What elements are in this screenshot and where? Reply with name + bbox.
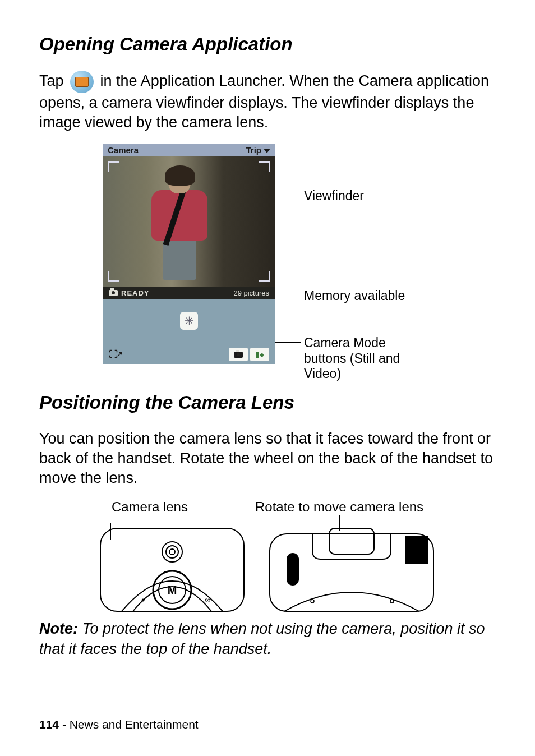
handset-back-diagram: M ∞	[99, 517, 245, 612]
callout-mode-buttons: Camera Mode buttons (Still and Video)	[301, 335, 424, 382]
heading-positioning-lens: Positioning the Camera Lens	[39, 392, 496, 413]
text-after-icon: in the Application Launcher. When the Ca…	[39, 72, 489, 131]
note-paragraph: Note: To protect the lens when not using…	[39, 619, 496, 658]
svg-point-14	[311, 600, 314, 603]
camera-ui-figure: Camera Trip	[39, 144, 496, 364]
camera-status-icon	[109, 290, 118, 296]
svg-point-3	[166, 546, 178, 558]
page-number: 114	[39, 718, 59, 731]
viewfinder-area	[103, 156, 275, 287]
callouts-column: Viewfinder Memory available Camera Mode …	[275, 144, 432, 364]
svg-rect-13	[405, 536, 428, 564]
svg-rect-0	[100, 528, 244, 611]
titlebar-album-menu: Trip	[246, 145, 270, 155]
svg-rect-11	[329, 528, 374, 554]
titlebar-album-label: Trip	[246, 145, 261, 155]
status-ready-label: READY	[121, 289, 150, 297]
flash-button: ✳	[180, 312, 198, 330]
viewfinder-subject	[147, 167, 209, 279]
titlebar-app-name: Camera	[108, 145, 139, 155]
viewfinder-corner-icon	[108, 271, 119, 282]
status-bar: READY 29 pictures	[103, 287, 275, 299]
svg-point-2	[162, 542, 182, 562]
fullscreen-icon: ⛶↗	[109, 349, 122, 359]
memory-remaining-label: 29 pictures	[233, 289, 269, 297]
svg-text:M: M	[168, 584, 177, 596]
phone-screenshot: Camera Trip	[103, 144, 275, 364]
heading-opening-camera: Opening Camera Application	[39, 34, 496, 55]
svg-point-8	[142, 599, 145, 602]
svg-point-4	[169, 549, 175, 555]
diagram-label-camera-lens: Camera lens	[112, 499, 188, 515]
chapter-name: - News and Entertainment	[59, 718, 199, 731]
handset-top-diagram	[268, 517, 436, 612]
note-label: Note:	[39, 620, 78, 637]
camera-app-icon	[70, 71, 94, 93]
callout-memory: Memory available	[301, 288, 405, 304]
still-mode-button	[229, 348, 248, 361]
text-before-icon: Tap	[39, 72, 68, 89]
control-panel: ✳ ⛶↗ ▮●	[103, 299, 275, 364]
positioning-paragraph: You can position the camera lens so that…	[39, 429, 496, 488]
opening-camera-paragraph: Tap in the Application Launcher. When th…	[39, 71, 496, 132]
phone-titlebar: Camera Trip	[103, 144, 275, 156]
viewfinder-corner-icon	[259, 271, 270, 282]
svg-point-15	[390, 600, 394, 603]
svg-text:∞: ∞	[205, 595, 210, 604]
lens-diagram-section: Camera lens Rotate to move camera lens M	[39, 499, 496, 612]
page-footer: 114 - News and Entertainment	[39, 718, 199, 731]
still-camera-icon	[234, 352, 243, 358]
viewfinder-corner-icon	[108, 161, 119, 172]
callout-viewfinder: Viewfinder	[301, 188, 364, 204]
dropdown-triangle-icon	[264, 149, 270, 153]
mode-button-group: ▮●	[229, 348, 269, 361]
video-mode-button: ▮●	[250, 348, 269, 361]
diagram-label-rotate: Rotate to move camera lens	[255, 499, 423, 515]
svg-rect-12	[287, 553, 299, 586]
note-text: To protect the lens when not using the c…	[39, 620, 485, 657]
viewfinder-corner-icon	[259, 161, 270, 172]
